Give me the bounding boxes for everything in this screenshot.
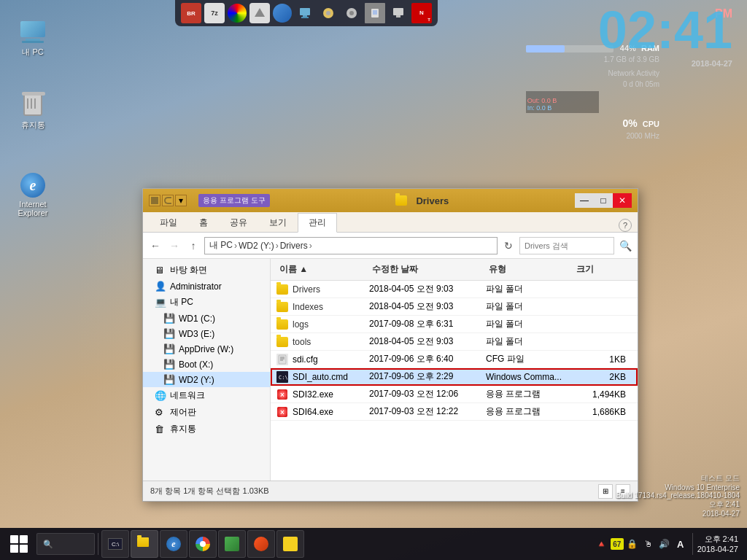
refresh-button[interactable]: ↻ <box>500 238 516 254</box>
ribbon-help[interactable]: ? <box>619 219 632 232</box>
minimize-button[interactable]: — <box>575 193 594 208</box>
file-row[interactable]: Indexes 2018-04-05 오전 9:03 파일 폴더 <box>271 298 638 316</box>
folder-title-icon <box>395 195 407 206</box>
taskbar: 🔍 C:\ e <box>0 528 747 560</box>
svg-rect-11 <box>396 15 400 18</box>
toolbar-computer-icon[interactable] <box>295 3 315 23</box>
file-row[interactable]: Drivers 2018-04-05 오전 9:03 파일 폴더 <box>271 281 638 298</box>
tab-manage[interactable]: 관리 <box>298 213 337 233</box>
search-taskbar[interactable]: 🔍 <box>36 533 95 555</box>
cpu-freq: 2000 MHz <box>626 132 659 140</box>
taskbar-browser1[interactable]: e <box>160 530 187 558</box>
search-input[interactable] <box>519 237 614 254</box>
tray-clock[interactable]: 오후 2:41 2018-04-27 <box>697 534 738 555</box>
toolbar-7z-icon[interactable]: 7z <box>204 3 225 23</box>
svg-rect-9 <box>373 10 377 15</box>
tab-file[interactable]: 파일 <box>149 213 188 232</box>
toolbar-disk2-icon[interactable] <box>341 3 362 23</box>
nav-item-wd3[interactable]: 💾 WD3 (E:) <box>143 326 270 341</box>
file-row[interactable]: tools 2018-04-05 오전 9:03 파일 폴더 <box>271 333 638 351</box>
close-button[interactable]: ✕ <box>613 193 632 208</box>
network-time: 0 d 0h 05m <box>623 80 659 88</box>
up-button[interactable]: ↑ <box>185 238 201 254</box>
toolbar-tool2-icon[interactable] <box>273 4 292 23</box>
taskbar-app2[interactable] <box>247 530 275 558</box>
desktop-nav-icon: 🖥 <box>155 265 166 276</box>
window-title: Drivers <box>270 195 575 206</box>
large-view-button[interactable]: ⊞ <box>598 484 613 499</box>
ie-taskbar-icon: e <box>166 537 181 551</box>
path-drivers[interactable]: Drivers <box>280 241 308 251</box>
app1-taskbar-icon <box>225 537 239 551</box>
tray-volume-icon[interactable]: 🔊 <box>657 537 672 551</box>
ribbon-tabs: 파일 홈 공유 보기 관리 ? <box>143 212 638 233</box>
desktop-icon-label: 내 PC <box>22 47 43 58</box>
tab-view[interactable]: 보기 <box>258 213 298 232</box>
toolbar-monitor-icon[interactable] <box>388 3 409 23</box>
col-size[interactable]: 크기 <box>573 262 632 277</box>
nav-item-my-pc[interactable]: 💻 내 PC <box>143 294 270 311</box>
cmd-taskbar-icon: C:\ <box>108 538 123 550</box>
forward-button[interactable]: → <box>166 238 182 254</box>
status-bar: 8개 항목 1개 항목 선택함 1.03KB ⊞ ≡ <box>143 481 638 501</box>
desktop-icon-my-pc[interactable]: 내 PC <box>7 15 58 61</box>
toolbar-nt-icon[interactable]: NT <box>411 3 432 23</box>
nav-item-desktop[interactable]: 🖥 바탕 화면 <box>143 262 270 279</box>
tray-lock-icon[interactable]: 🔒 <box>625 537 640 551</box>
tray-antivirus-icon[interactable]: 🔺 <box>595 537 609 551</box>
taskbar-explorer[interactable] <box>131 530 158 558</box>
taskbar-chrome[interactable] <box>189 530 217 558</box>
maximize-button[interactable]: □ <box>594 193 613 208</box>
network-label: Network Activity <box>608 69 659 77</box>
taskbar-app1[interactable] <box>218 530 246 558</box>
col-type[interactable]: 유형 <box>486 262 573 277</box>
file-row-selected[interactable]: C:\ SDI_auto.cmd 2017-09-06 오후 2:29 Wind… <box>271 368 638 386</box>
control-nav-icon: ⚙ <box>155 407 166 418</box>
col-date[interactable]: 수정한 날짜 <box>369 262 486 277</box>
quick-save-icon[interactable] <box>149 195 160 206</box>
tray-badge-67[interactable]: 67 <box>611 538 624 550</box>
nav-item-wd2[interactable]: 💾 WD2 (Y:) <box>143 372 270 387</box>
cpu-label: CPU <box>643 120 659 128</box>
desktop-icon-trash[interactable]: 휴지통 <box>7 88 58 133</box>
back-button[interactable]: ← <box>147 238 163 254</box>
path-wd2[interactable]: WD2 (Y:) <box>239 241 274 251</box>
address-path[interactable]: 내 PC › WD2 (Y:) › Drivers › <box>204 237 498 254</box>
tray-lang-icon[interactable]: A <box>673 537 688 551</box>
nav-item-control[interactable]: ⚙ 제어판 <box>143 404 270 421</box>
taskbar-app3[interactable] <box>276 530 304 558</box>
start-button[interactable] <box>3 530 35 558</box>
test-mode-watermark: 테스트 모드 Windows 10 Enterprise Build 17134… <box>616 473 740 518</box>
quick-dropdown-icon[interactable]: ▾ <box>175 195 187 206</box>
tab-home[interactable]: 홈 <box>188 213 219 232</box>
path-my-pc[interactable]: 내 PC <box>209 239 233 252</box>
toolbar-br-icon[interactable]: BR <box>181 3 201 23</box>
toolbar-tool1-icon[interactable] <box>249 3 270 23</box>
tray-usb-icon[interactable]: 🖱 <box>641 537 656 551</box>
chrome-taskbar-icon <box>196 537 210 551</box>
file-row[interactable]: SDI64.exe 2017-09-03 오전 12:22 응용 프로그램 1,… <box>271 403 638 421</box>
toolbar-colorpicker-icon[interactable] <box>228 4 247 23</box>
drive-nav-icon: 💾 <box>163 374 175 385</box>
file-row[interactable]: sdi.cfg 2017-09-06 오후 6:40 CFG 파일 1KB <box>271 351 638 368</box>
col-name[interactable]: 이름 ▲ <box>276 262 369 277</box>
file-row[interactable]: SDI32.exe 2017-09-03 오전 12:06 응용 프로그램 1,… <box>271 386 638 403</box>
quick-undo-icon[interactable] <box>162 195 174 206</box>
toolbar-device-icon[interactable] <box>365 3 385 23</box>
nav-item-wd1[interactable]: 💾 WD1 (C:) <box>143 311 270 326</box>
nav-item-trash[interactable]: 🗑 휴지통 <box>143 421 270 438</box>
svg-marker-0 <box>255 8 265 17</box>
nav-item-appdrive[interactable]: 💾 AppDrive (W:) <box>143 341 270 357</box>
file-row[interactable]: logs 2017-09-08 오후 6:31 파일 폴더 <box>271 316 638 333</box>
system-tray: 🔺 67 🔒 🖱 🔊 A 오후 2:41 2018-04-27 <box>595 533 744 555</box>
tab-share[interactable]: 공유 <box>219 213 258 232</box>
nav-item-boot[interactable]: 💾 Boot (X:) <box>143 357 270 372</box>
cfg-icon <box>276 354 288 365</box>
network-nav-icon: 🌐 <box>155 390 166 401</box>
desktop-icon-ie[interactable]: e Internet Explorer <box>7 168 58 220</box>
toolbar-disk1-icon[interactable] <box>318 3 338 23</box>
taskbar-cmd[interactable]: C:\ <box>101 530 129 558</box>
nav-item-admin[interactable]: 👤 Administrator <box>143 279 270 294</box>
search-button[interactable]: 🔍 <box>617 238 633 254</box>
nav-item-network[interactable]: 🌐 네트워크 <box>143 387 270 404</box>
